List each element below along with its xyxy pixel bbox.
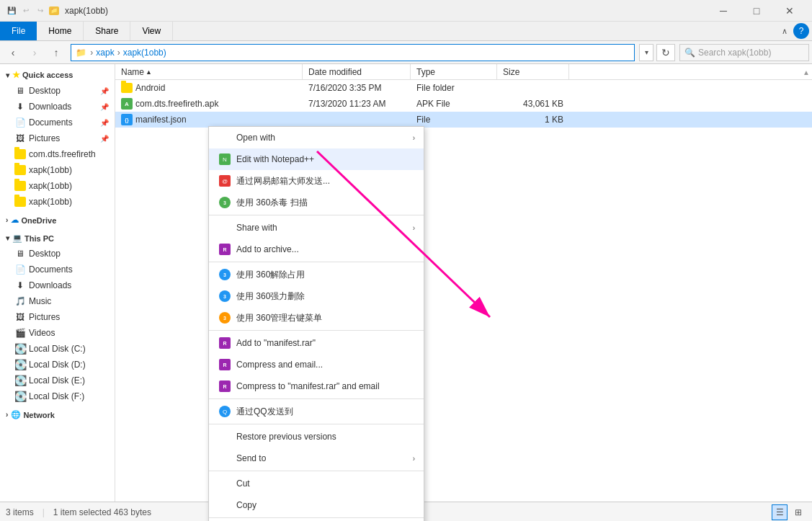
address-xapk[interactable]: xapk — [96, 48, 114, 58]
sidebar-item-xapk3[interactable]: xapk(1obb) — [0, 194, 115, 210]
ribbon: File Home Share View ∧ ? — [0, 22, 812, 41]
sidebar-item-pictures-pc[interactable]: 🖼 Pictures — [0, 309, 115, 325]
sidebar-item-documents[interactable]: 📄 Documents📌 — [0, 115, 115, 130]
ctx-open-with-arrow: › — [413, 134, 415, 142]
file-size-manifest: 1 KB — [545, 115, 563, 125]
refresh-button[interactable]: ↻ — [656, 44, 675, 61]
ctx-compress-email-label: Compress and email... — [236, 360, 323, 370]
desktop-pc-icon: 🖥 — [14, 248, 26, 259]
ctx-add-rar[interactable]: R Add to "manifest.rar" — [209, 332, 424, 354]
ctx-360-manage-label: 使用 360管理右键菜单 — [236, 312, 322, 324]
back-button[interactable]: ‹ — [3, 43, 23, 62]
drive-d-icon: 💽 — [14, 359, 26, 370]
ctx-360-manage[interactable]: 3 使用 360管理右键菜单 — [209, 307, 424, 329]
pictures-icon: 🖼 — [14, 133, 26, 144]
tab-file[interactable]: File — [0, 22, 37, 40]
ctx-cut[interactable]: Cut — [209, 473, 424, 494]
sidebar-item-xapk2[interactable]: xapk(1obb) — [0, 178, 115, 194]
quick-access-star-icon: ★ — [12, 70, 20, 80]
ctx-open-with[interactable]: Open with › — [209, 127, 424, 148]
sidebar-header-thispc[interactable]: ▾ 💻 This PC — [0, 231, 115, 246]
nav-bar: ‹ › ↑ 📁 › xapk › xapk(1obb) ▾ ↻ 🔍 Search… — [0, 41, 812, 64]
ctx-add-archive-label: Add to archive... — [236, 244, 299, 254]
forward-button[interactable]: › — [24, 43, 45, 62]
sidebar-item-documents-pc[interactable]: 📄 Documents — [0, 262, 115, 277]
col-type[interactable]: Type — [411, 64, 497, 79]
ctx-qq-send[interactable]: Q 通过QQ发送到 — [209, 401, 424, 422]
title-bar-title: xapk(1obb) — [65, 6, 707, 16]
ctx-360-delete[interactable]: 3 使用 360强力删除 — [209, 285, 424, 307]
sidebar-item-pictures[interactable]: 🖼 Pictures📌 — [0, 130, 115, 146]
quick-access-label: Quick access — [22, 71, 73, 79]
file-row-manifest[interactable]: {} manifest.json File 1 KB — [115, 112, 812, 128]
videos-icon: 🎬 — [14, 327, 26, 339]
close-button[interactable]: ✕ — [773, 0, 806, 22]
address-bar[interactable]: 📁 › xapk › xapk(1obb) — [71, 44, 635, 61]
sidebar-item-drive-d[interactable]: 💽 Local Disk (D:) — [0, 357, 115, 373]
tab-share[interactable]: Share — [84, 22, 130, 40]
file-row-apk[interactable]: A com.dts.freefireth.apk 7/13/2020 11:23… — [115, 96, 812, 112]
sidebar-item-drive-f[interactable]: 💽 Local Disk (F:) — [0, 388, 115, 404]
ctx-notepad-icon: N — [218, 152, 232, 166]
music-icon: 🎵 — [14, 295, 26, 307]
tab-view[interactable]: View — [130, 22, 173, 40]
ctx-qq-send-label: 通过QQ发送到 — [236, 406, 293, 418]
maximize-button[interactable]: □ — [740, 0, 773, 22]
network-label: Network — [23, 411, 54, 419]
sidebar-item-downloads[interactable]: ⬇ Downloads📌 — [0, 99, 115, 115]
ctx-copy[interactable]: Copy — [209, 494, 424, 516]
sidebar-header-quick-access[interactable]: ▾ ★ Quick access — [0, 67, 115, 83]
sidebar-item-desktop[interactable]: 🖥 Desktop📌 — [0, 83, 115, 99]
search-box[interactable]: 🔍 Search xapk(1obb) — [679, 44, 809, 61]
view-large-icons-button[interactable]: ⊞ — [790, 504, 806, 520]
ctx-360scan[interactable]: 3 使用 360杀毒 扫描 — [209, 192, 424, 213]
onedrive-label: OneDrive — [21, 216, 56, 225]
minimize-button[interactable]: ─ — [707, 0, 740, 22]
ctx-163mail[interactable]: @ 通过网易邮箱大师发送... — [209, 170, 424, 192]
ctx-360-release[interactable]: 3 使用 360解除占用 — [209, 264, 424, 285]
ctx-send-to[interactable]: Send to › — [209, 447, 424, 469]
ribbon-collapse-button[interactable]: ∧ — [779, 27, 790, 36]
tab-home[interactable]: Home — [37, 22, 84, 40]
ctx-edit-notepad[interactable]: N Edit with Notepad++ — [209, 148, 424, 170]
ctx-restore-versions[interactable]: Restore previous versions — [209, 426, 424, 447]
up-button[interactable]: ↑ — [46, 43, 66, 62]
col-date[interactable]: Date modified — [303, 64, 411, 79]
view-details-button[interactable]: ☰ — [772, 504, 788, 520]
col-size[interactable]: Size — [497, 64, 569, 79]
address-xapk1obb[interactable]: xapk(1obb) — [123, 48, 166, 58]
help-button[interactable]: ? — [793, 23, 809, 39]
ctx-restore-versions-label: Restore previous versions — [236, 432, 336, 442]
sidebar-item-drive-e[interactable]: 💽 Local Disk (E:) — [0, 373, 115, 388]
sidebar-item-music[interactable]: 🎵 Music — [0, 293, 115, 309]
downloads-icon: ⬇ — [14, 101, 26, 112]
sidebar-header-onedrive[interactable]: › ☁ OneDrive — [0, 213, 115, 228]
title-bar-icon-redo: ↪ — [35, 5, 46, 17]
sidebar-header-network[interactable]: › 🌐 Network — [0, 407, 115, 422]
col-name[interactable]: Name ▲ — [115, 64, 303, 79]
ctx-copy-icon — [218, 498, 232, 512]
ctx-compress-rar-email[interactable]: R Compress to "manifest.rar" and email — [209, 375, 424, 397]
ctx-rar1-icon: R — [218, 242, 232, 257]
ctx-rar4-icon: R — [218, 379, 232, 393]
ctx-send-to-label: Send to — [236, 453, 266, 463]
status-selected: 1 item selected 463 bytes — [53, 507, 151, 517]
ctx-share-with[interactable]: Share with › — [209, 217, 424, 239]
sidebar-item-downloads-pc[interactable]: ⬇ Downloads — [0, 277, 115, 293]
sidebar-item-videos[interactable]: 🎬 Videos — [0, 325, 115, 341]
sidebar-item-drive-c[interactable]: 💽 Local Disk (C:) — [0, 341, 115, 357]
dropdown-button[interactable]: ▾ — [639, 44, 653, 61]
file-row-android[interactable]: Android 7/16/2020 3:35 PM File folder — [115, 80, 812, 96]
ctx-163mail-label: 通过网易邮箱大师发送... — [236, 175, 330, 187]
onedrive-icon: ☁ — [11, 215, 19, 225]
title-bar-icon-undo: ↩ — [20, 5, 32, 17]
sidebar-item-desktop-pc[interactable]: 🖥 Desktop — [0, 246, 115, 262]
ctx-compress-email[interactable]: R Compress and email... — [209, 354, 424, 375]
sidebar-item-com-dts[interactable]: com.dts.freefireth — [0, 146, 115, 162]
ctx-163mail-icon: @ — [218, 174, 232, 188]
ctx-add-archive[interactable]: R Add to archive... — [209, 239, 424, 260]
json-file-icon: {} — [121, 114, 133, 125]
file-list-header: Name ▲ Date modified Type Size — [115, 64, 812, 80]
ctx-compress-rar-email-label: Compress to "manifest.rar" and email — [236, 381, 380, 391]
sidebar-item-xapk1[interactable]: xapk(1obb) — [0, 162, 115, 178]
